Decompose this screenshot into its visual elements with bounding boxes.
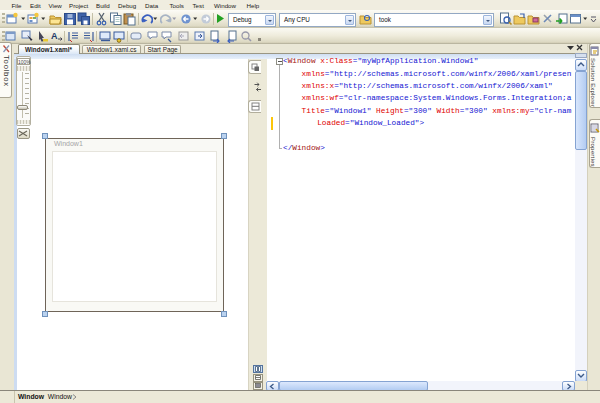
svg-text:A: A	[51, 31, 58, 41]
